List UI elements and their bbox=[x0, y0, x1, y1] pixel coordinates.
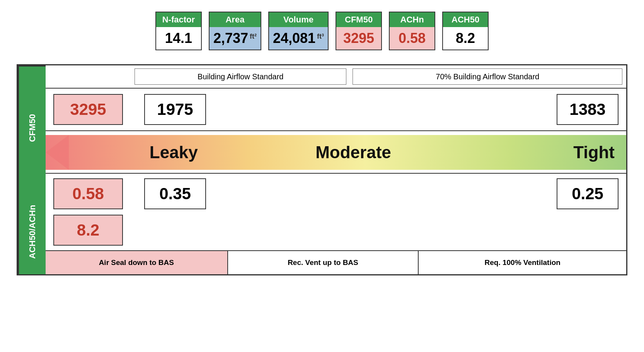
achn-measured-box: 0.58 bbox=[53, 178, 123, 209]
left-label-achn: ACH50/ACHn bbox=[18, 189, 46, 274]
metric-ach50-value: 8.2 bbox=[456, 30, 475, 46]
ach50-inner: 8.2 bbox=[46, 213, 626, 248]
main-chart: CFM50 ACH50/ACHn Building Airflow Standa… bbox=[17, 64, 627, 275]
chart-main: Building Airflow Standard 70% Building A… bbox=[46, 65, 626, 274]
metric-achn-value: 0.58 bbox=[399, 30, 426, 46]
standards-spacer bbox=[46, 65, 131, 88]
ach50-measured-value: 8.2 bbox=[77, 221, 99, 239]
cfm50-values-row: 3295 1975 1383 bbox=[46, 89, 626, 131]
achn-values-row: 0.58 0.35 0.25 8.2 bbox=[46, 174, 626, 251]
ach50-measured-box: 8.2 bbox=[53, 215, 123, 246]
standard1-label: Building Airflow Standard bbox=[135, 68, 346, 85]
metric-nfactor: N-factor 14.1 bbox=[155, 12, 202, 50]
gradient-bar: Leaky Moderate Tight bbox=[46, 135, 626, 170]
left-label-cfm50: CFM50 bbox=[18, 65, 46, 189]
left-labels: CFM50 ACH50/ACHn bbox=[18, 65, 46, 274]
metrics-row: N-factor 14.1 Area 2,737 ft² Volume 24,0… bbox=[155, 12, 489, 50]
moderate-label: Moderate bbox=[256, 143, 451, 162]
cfm50-70pct-value: 1383 bbox=[569, 100, 605, 119]
metric-volume-header: Volume bbox=[269, 12, 328, 27]
metric-cfm50: CFM50 3295 bbox=[336, 12, 382, 50]
achn-70pct-box: 0.25 bbox=[557, 178, 618, 209]
achn-inner: 0.58 0.35 0.25 bbox=[46, 176, 626, 211]
achn-70pct-value: 0.25 bbox=[572, 185, 603, 203]
cfm50-standard-value: 1975 bbox=[157, 100, 193, 119]
cfm50-measured-box: 3295 bbox=[53, 94, 123, 125]
reco-leaky: Air Seal down to BAS bbox=[46, 251, 228, 274]
metric-area-value-row: 2,737 ft² bbox=[210, 27, 261, 50]
metric-nfactor-header: N-factor bbox=[156, 12, 201, 27]
metric-ach50-value-row: 8.2 bbox=[443, 27, 488, 50]
achn-standard-value: 0.35 bbox=[159, 185, 191, 203]
metric-cfm50-header: CFM50 bbox=[336, 12, 381, 27]
reco-moderate: Rec. Vent up to BAS bbox=[228, 251, 419, 274]
metric-area-unit: ft² bbox=[250, 32, 257, 41]
metric-achn: ACHn 0.58 bbox=[389, 12, 435, 50]
metric-area-value: 2,737 bbox=[213, 30, 248, 46]
metric-volume-value-row: 24,081 ft³ bbox=[269, 27, 328, 50]
achn-standard-box: 0.35 bbox=[144, 178, 206, 209]
metric-ach50-header: ACH50 bbox=[443, 12, 488, 27]
standards-row: Building Airflow Standard 70% Building A… bbox=[46, 65, 626, 89]
metric-ach50: ACH50 8.2 bbox=[442, 12, 489, 50]
metric-nfactor-value-row: 14.1 bbox=[156, 27, 201, 50]
metric-volume: Volume 24,081 ft³ bbox=[268, 12, 329, 50]
cfm50-measured-value: 3295 bbox=[70, 100, 106, 119]
tight-label: Tight bbox=[451, 143, 627, 162]
metric-area-header: Area bbox=[210, 12, 261, 27]
metric-nfactor-value: 14.1 bbox=[165, 30, 192, 46]
reco-tight: Req. 100% Ventilation bbox=[419, 251, 626, 274]
metric-area: Area 2,737 ft² bbox=[209, 12, 261, 50]
standard2-label: 70% Building Airflow Standard bbox=[353, 68, 622, 85]
gradient-bar-row: Leaky Moderate Tight bbox=[46, 131, 626, 174]
leaky-label: Leaky bbox=[46, 143, 256, 162]
metric-achn-header: ACHn bbox=[390, 12, 434, 27]
cfm50-70pct-box: 1383 bbox=[557, 94, 618, 125]
cfm50-standard-box: 1975 bbox=[144, 94, 206, 125]
metric-cfm50-value-row: 3295 bbox=[336, 27, 381, 50]
achn-measured-value: 0.58 bbox=[72, 185, 104, 203]
metric-cfm50-value: 3295 bbox=[343, 30, 374, 46]
metric-volume-unit: ft³ bbox=[317, 32, 324, 41]
reco-row: Air Seal down to BAS Rec. Vent up to BAS… bbox=[46, 251, 626, 274]
metric-achn-value-row: 0.58 bbox=[390, 27, 434, 50]
metric-volume-value: 24,081 bbox=[273, 30, 315, 46]
